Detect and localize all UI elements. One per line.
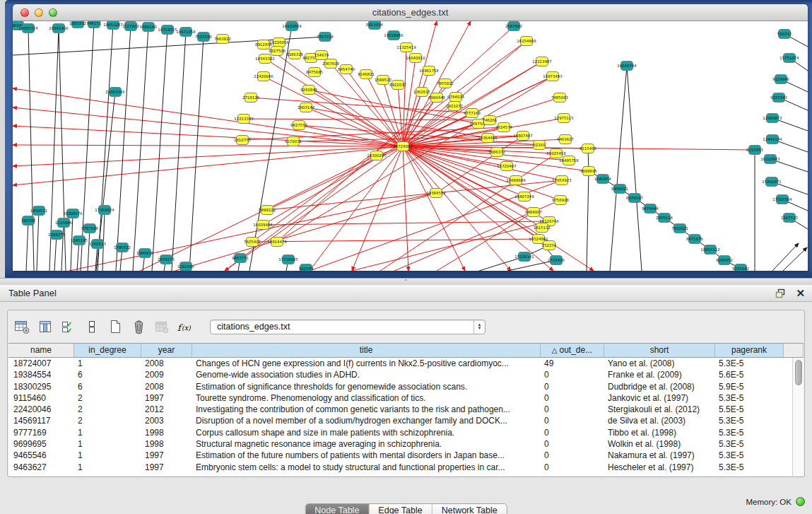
cell-in_degree[interactable]: 6	[74, 369, 141, 380]
graph-node[interactable]: 1115686	[55, 218, 73, 228]
table-row[interactable]: 1830029562008Estimation of significance …	[8, 381, 792, 392]
graph-node[interactable]: 16210643	[760, 155, 779, 164]
graph-node[interactable]: 252254	[542, 241, 557, 250]
cell-out_de[interactable]: 0	[541, 415, 604, 426]
cell-title[interactable]: Changes of HCN gene expression and I(f) …	[192, 358, 541, 369]
cell-pagerank[interactable]: 5.3E-5	[715, 427, 784, 438]
graph-node[interactable]: 19218986	[384, 31, 404, 40]
show-column-icon[interactable]	[37, 319, 54, 334]
graph-node[interactable]: 962045	[299, 264, 314, 271]
cell-title[interactable]: Disruption of a novel member of a sodium…	[192, 415, 541, 426]
graph-node[interactable]: 8186328	[286, 50, 304, 59]
graph-node[interactable]: 1678275	[158, 255, 175, 264]
graph-node[interactable]: 1827508	[269, 47, 286, 56]
cell-title[interactable]: Investigating the contribution of common…	[192, 404, 541, 415]
graph-node[interactable]: 1167533	[781, 214, 798, 223]
graph-node[interactable]: 8215953	[746, 146, 763, 155]
cell-name[interactable]: 9115460	[8, 392, 74, 404]
cell-pagerank[interactable]: 5.3E-5	[715, 392, 784, 404]
graph-node[interactable]: 15751074	[779, 54, 799, 63]
graph-node[interactable]: 6990448	[428, 93, 446, 103]
splitter-handle-icon[interactable]: ⌃	[401, 279, 410, 285]
graph-node[interactable]: 1615112	[534, 223, 551, 233]
cell-year[interactable]: 1998	[141, 427, 192, 438]
graph-node[interactable]: 9857771	[232, 254, 249, 263]
function-builder-icon[interactable]: f(x)	[177, 319, 194, 334]
graph-node[interactable]: 1995816	[136, 249, 154, 258]
cell-in_degree[interactable]: 1	[74, 438, 141, 450]
table-selector-dropdown[interactable]: citations_edges.txt▲▼	[210, 320, 486, 334]
graph-node[interactable]: 7663822	[214, 35, 231, 44]
graph-node[interactable]: 154679	[314, 51, 329, 60]
cell-name[interactable]: 18724007	[8, 358, 74, 369]
cell-in_degree[interactable]: 1	[74, 462, 141, 473]
graph-node[interactable]: 7857224	[317, 33, 334, 42]
cell-year[interactable]: 1997	[141, 462, 192, 473]
cell-year[interactable]: 2003	[141, 415, 192, 426]
cell-out_de[interactable]: 0	[541, 427, 604, 438]
graph-node[interactable]: 15720407	[497, 162, 516, 171]
float-panel-icon[interactable]	[775, 288, 786, 298]
graph-node[interactable]: 12093872	[763, 114, 782, 123]
column-header-out_de[interactable]: △out_de...	[541, 344, 604, 357]
graph-node[interactable]: 8475685	[306, 68, 323, 77]
graph-node[interactable]: 18495758	[559, 156, 579, 165]
tab-network-table[interactable]: Network Table	[433, 504, 507, 514]
cell-pagerank[interactable]: 5.3E-5	[715, 462, 784, 473]
table-scrollbar[interactable]	[792, 358, 804, 476]
graph-node[interactable]: 8813054	[366, 21, 384, 30]
cell-out_de[interactable]: 0	[541, 438, 604, 450]
cell-name[interactable]: 9465546	[8, 450, 74, 461]
graph-node[interactable]: 17654923	[552, 176, 571, 185]
graph-node[interactable]: 7485063	[551, 93, 568, 103]
graph-node[interactable]: 12444194	[763, 135, 782, 144]
cell-short[interactable]: Yano et al. (2008)	[604, 358, 715, 369]
graph-node[interactable]: 14671358	[176, 28, 196, 37]
cell-in_degree[interactable]: 6	[74, 381, 141, 392]
cell-name[interactable]: 9463627	[8, 462, 74, 473]
graph-node[interactable]: 10653287	[103, 21, 122, 30]
cell-short[interactable]: Jankovic et al. (1997)	[604, 392, 715, 404]
cell-in_degree[interactable]: 2	[74, 392, 141, 404]
new-table-icon[interactable]	[107, 319, 124, 334]
graph-node[interactable]: 2803144	[298, 103, 315, 112]
graph-node[interactable]: 9245652	[716, 256, 733, 265]
cell-short[interactable]: de Silva et al. (2003)	[604, 415, 715, 426]
horizontal-splitter[interactable]: ⌃	[0, 278, 812, 285]
cell-name[interactable]: 19384554	[8, 369, 74, 380]
close-panel-icon[interactable]: ✕	[796, 287, 805, 300]
cell-short[interactable]: Hescheler et al. (1997)	[604, 462, 715, 473]
graph-node[interactable]: 8922037	[389, 81, 406, 90]
graph-node[interactable]: 9699695	[580, 167, 597, 176]
cell-year[interactable]: 2008	[141, 358, 192, 369]
minimize-window-button[interactable]	[35, 8, 43, 17]
graph-node[interactable]: 1294275	[48, 230, 65, 240]
graph-node[interactable]: 10807487	[513, 132, 532, 141]
cell-name[interactable]: 9699695	[8, 438, 74, 450]
graph-node[interactable]: 9884067	[525, 208, 542, 217]
cell-name[interactable]: 9777169	[8, 427, 74, 438]
graph-node[interactable]: 12213987	[532, 57, 551, 66]
column-header-title[interactable]: title	[192, 344, 541, 357]
cell-year[interactable]: 2009	[141, 369, 192, 380]
table-row[interactable]: 977716911998Corpus callosum shape and si…	[8, 427, 792, 438]
column-header-in_degree[interactable]: in_degree	[74, 344, 141, 357]
delete-rows-icon[interactable]	[130, 319, 147, 334]
column-header-name[interactable]: name	[8, 344, 74, 357]
cell-pagerank[interactable]: 5.3E-5	[715, 450, 784, 461]
table-row[interactable]: 2242004622012Investigating the contribut…	[8, 404, 792, 415]
cell-title[interactable]: Corpus callosum shape and size in male p…	[192, 427, 541, 438]
cell-title[interactable]: Structural magnetic resonance image aver…	[192, 438, 541, 450]
cell-year[interactable]: 2008	[141, 381, 192, 392]
graph-node[interactable]: 16640910	[406, 54, 425, 63]
graph-node[interactable]: 1145195	[71, 236, 88, 245]
table-row[interactable]: 911546021997Tourette syndrome. Phenomeno…	[8, 392, 792, 404]
tab-edge-table[interactable]: Edge Table	[369, 504, 432, 514]
cell-in_degree[interactable]: 2	[74, 415, 141, 426]
graph-node[interactable]: 10719155	[158, 25, 177, 35]
column-header-year[interactable]: year	[141, 344, 192, 357]
cell-short[interactable]: Dudbridge et al. (2008)	[604, 381, 715, 392]
graph-node[interactable]: 2087682	[505, 22, 522, 31]
graph-node[interactable]: 2935114	[656, 214, 673, 223]
graph-node[interactable]: 9463627	[557, 135, 574, 144]
